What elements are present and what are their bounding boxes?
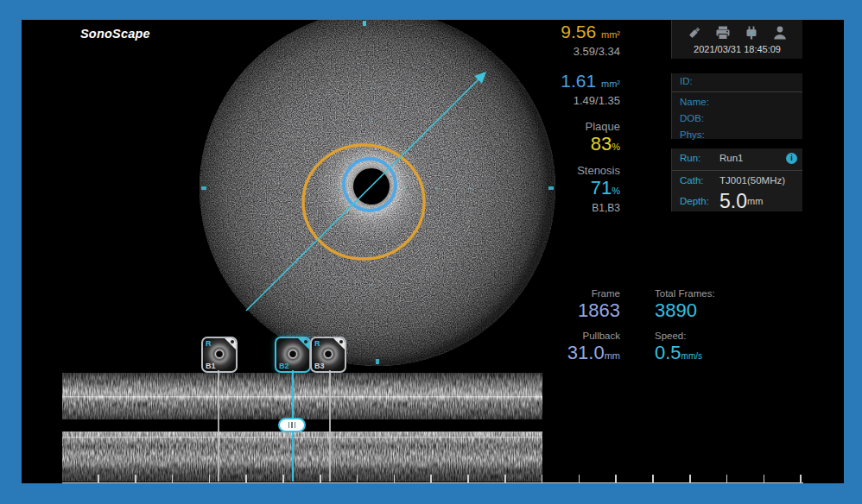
longitudinal-view-upper[interactable] xyxy=(62,373,542,419)
usb-storage-icon[interactable] xyxy=(686,24,703,41)
catheter-row: Cath: TJ001(50MHz) xyxy=(672,171,802,191)
bookmark-fold-dot xyxy=(304,340,307,343)
total-frames-value: 3890 xyxy=(655,300,776,321)
measurement-results: 9.56 mm² 3.59/3.34 1.61 mm² 1.49/1.35 Pl… xyxy=(517,20,620,215)
totals-info: Total Frames: 3890 Speed: 0.5mm/s xyxy=(655,287,776,367)
bookmark-fold-dot xyxy=(231,340,234,343)
lumen-area-value: 1.61 mm² xyxy=(517,71,620,94)
bookmark-id: B3 xyxy=(314,362,325,370)
stenosis-reference-bookmarks: B1,B3 xyxy=(517,201,620,215)
run-info-panel: Run: Run1 i Cath: TJ001(50MHz) Depth: 5.… xyxy=(671,148,802,211)
plaque-label: Plaque xyxy=(517,120,620,134)
patient-name-label: Name: xyxy=(680,97,709,107)
frame-info: Frame 1863 Pullback 31.0mm xyxy=(517,287,620,366)
orientation-tick xyxy=(363,21,366,26)
cath-value: TJ001(50MHz) xyxy=(719,174,785,187)
frame-slider-handle[interactable] xyxy=(278,418,306,432)
bookmark-r-marker: R xyxy=(206,339,212,348)
run-label: Run: xyxy=(680,152,719,165)
bookmark-fold-dot xyxy=(339,340,343,343)
run-selector-row[interactable]: Run: Run1 i xyxy=(672,148,802,171)
run-value: Run1 xyxy=(719,152,744,165)
bookmark-line-b3 xyxy=(329,370,331,482)
main-display-area: SonoScape xyxy=(22,20,844,483)
depth-label: Depth: xyxy=(680,195,719,208)
brand-logo: SonoScape xyxy=(80,27,150,41)
vessel-area-value: 9.56 mm² xyxy=(517,22,620,45)
stenosis-label: Stenosis xyxy=(517,164,620,178)
patient-phys-row: Phys: xyxy=(672,127,802,143)
patient-name-row: Name: xyxy=(672,94,802,110)
stenosis-value: 71% xyxy=(517,178,620,201)
bookmark-thumb-b1[interactable]: R B1 xyxy=(201,337,238,373)
patient-id-label: ID: xyxy=(680,76,693,86)
ivus-cross-section-image[interactable] xyxy=(200,20,555,366)
frame-value: 1863 xyxy=(517,300,620,321)
bookmark-id: B1 xyxy=(206,362,216,370)
lumen-diameters: 1.49/1.35 xyxy=(517,94,620,108)
frame-label: Frame xyxy=(517,287,620,300)
system-datetime: 2021/03/31 18:45:09 xyxy=(672,44,802,54)
system-toolbar: 2021/03/31 18:45:09 xyxy=(671,20,802,59)
total-frames-label: Total Frames: xyxy=(655,287,776,300)
bookmark-r-marker: R xyxy=(314,339,320,348)
pullback-label: Pullback xyxy=(517,330,620,343)
depth-value: 5.0 xyxy=(719,191,747,211)
run-info-icon[interactable]: i xyxy=(786,153,797,164)
user-icon[interactable] xyxy=(771,24,789,41)
speed-value: 0.5mm/s xyxy=(655,343,776,367)
vessel-diameters: 3.59/3.34 xyxy=(517,45,620,59)
power-plug-icon[interactable] xyxy=(743,24,760,41)
app-window: SonoScape xyxy=(0,0,862,504)
depth-row: Depth: 5.0mm xyxy=(672,191,802,215)
patient-info-panel[interactable]: ID: Name: DOB: Phys: xyxy=(671,73,802,139)
speed-label: Speed: xyxy=(655,330,776,343)
patient-phys-label: Phys: xyxy=(680,129,705,140)
plaque-value: 83% xyxy=(517,134,620,157)
bookmark-thumb-b2[interactable]: B2 xyxy=(275,337,311,373)
patient-dob-label: DOB: xyxy=(680,113,704,123)
bookmark-line-b1 xyxy=(218,370,219,482)
pullback-value: 31.0mm xyxy=(517,343,620,366)
patient-id-row: ID: xyxy=(672,73,802,92)
bookmark-id: B2 xyxy=(279,362,289,370)
patient-dob-row: DOB: xyxy=(672,110,802,127)
cath-label: Cath: xyxy=(680,174,719,187)
bookmark-thumb-b3[interactable]: R B3 xyxy=(310,337,346,373)
printer-icon[interactable] xyxy=(714,24,732,41)
pullback-ruler xyxy=(62,475,803,483)
